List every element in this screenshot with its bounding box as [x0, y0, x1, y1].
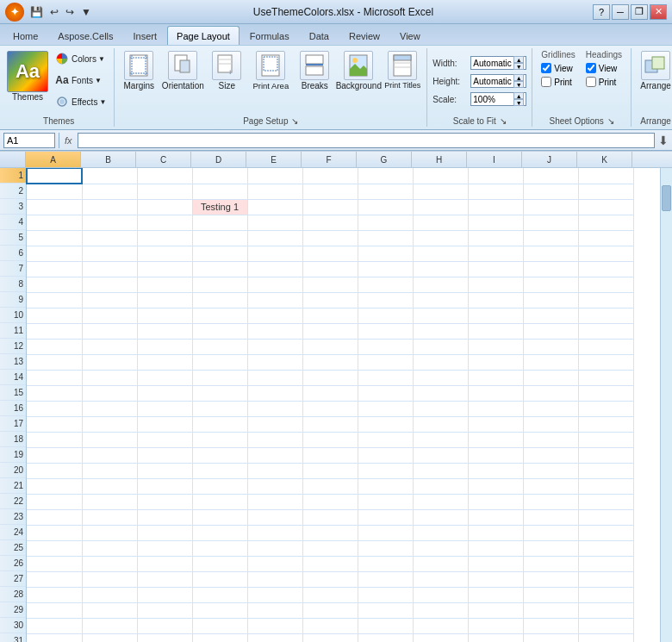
- cell-I15[interactable]: [468, 385, 523, 401]
- cell-A3[interactable]: [27, 199, 82, 215]
- tab-data[interactable]: Data: [300, 26, 339, 45]
- cell-C28[interactable]: [137, 587, 192, 602]
- cell-J30[interactable]: [523, 618, 578, 633]
- col-header-A[interactable]: A: [26, 152, 81, 167]
- cell-B31[interactable]: [82, 633, 137, 642]
- cell-D8[interactable]: [192, 277, 247, 292]
- cell-H8[interactable]: [413, 277, 468, 292]
- cell-C1[interactable]: [137, 168, 192, 184]
- cell-I27[interactable]: [468, 571, 523, 587]
- cell-C12[interactable]: [137, 339, 192, 354]
- row-num-13[interactable]: 13: [0, 354, 26, 370]
- cell-G8[interactable]: [358, 277, 413, 292]
- cell-E16[interactable]: [247, 401, 302, 416]
- cell-F27[interactable]: [302, 571, 358, 587]
- cell-J20[interactable]: [523, 463, 578, 478]
- close-button[interactable]: ✕: [650, 4, 667, 20]
- cell-I25[interactable]: [468, 540, 523, 556]
- cell-B7[interactable]: [82, 261, 137, 277]
- cell-E1[interactable]: [247, 168, 302, 184]
- restore-button[interactable]: ❐: [631, 4, 648, 20]
- cell-A5[interactable]: [27, 230, 82, 246]
- cell-E30[interactable]: [247, 618, 302, 633]
- cell-K15[interactable]: [578, 385, 633, 401]
- cell-C20[interactable]: [137, 463, 192, 478]
- cell-J27[interactable]: [523, 571, 578, 587]
- scale-expand-icon[interactable]: ↘: [500, 116, 507, 126]
- col-header-C[interactable]: C: [136, 152, 191, 167]
- cell-G17[interactable]: [358, 416, 413, 432]
- cell-H6[interactable]: [413, 246, 468, 261]
- vertical-scrollbar[interactable]: [660, 168, 672, 642]
- cell-J11[interactable]: [523, 323, 578, 339]
- cell-D13[interactable]: [192, 354, 247, 370]
- col-header-B[interactable]: B: [81, 152, 136, 167]
- row-num-22[interactable]: 22: [0, 494, 26, 509]
- help-button[interactable]: ?: [593, 4, 610, 20]
- page-setup-expand-icon[interactable]: ↘: [291, 116, 298, 126]
- cell-B12[interactable]: [82, 339, 137, 354]
- name-box[interactable]: A1: [3, 133, 55, 148]
- cell-I30[interactable]: [468, 618, 523, 633]
- cell-B23[interactable]: [82, 509, 137, 525]
- cell-H5[interactable]: [413, 230, 468, 246]
- cell-D22[interactable]: [192, 494, 247, 509]
- cell-G11[interactable]: [358, 323, 413, 339]
- cell-B11[interactable]: [82, 323, 137, 339]
- row-num-21[interactable]: 21: [0, 478, 26, 494]
- save-quick-btn[interactable]: 💾: [28, 5, 46, 19]
- print-area-button[interactable]: Print Area: [250, 48, 291, 93]
- cell-B9[interactable]: [82, 292, 137, 308]
- cell-J17[interactable]: [523, 416, 578, 432]
- cell-H4[interactable]: [413, 215, 468, 230]
- cell-I2[interactable]: [468, 184, 523, 199]
- cell-G4[interactable]: [358, 215, 413, 230]
- cell-J14[interactable]: [523, 370, 578, 385]
- cell-K22[interactable]: [578, 494, 633, 509]
- cell-C29[interactable]: [137, 602, 192, 618]
- cell-D23[interactable]: [192, 509, 247, 525]
- row-num-18[interactable]: 18: [0, 432, 26, 447]
- width-down-btn[interactable]: ▼: [513, 63, 524, 70]
- row-num-2[interactable]: 2: [0, 184, 26, 199]
- tab-aspose[interactable]: Aspose.Cells: [48, 26, 122, 45]
- cell-J6[interactable]: [523, 246, 578, 261]
- cell-D31[interactable]: [192, 633, 247, 642]
- width-up-btn[interactable]: ▲: [513, 56, 524, 63]
- cell-K29[interactable]: [578, 602, 633, 618]
- cell-H10[interactable]: [413, 308, 468, 323]
- cell-B22[interactable]: [82, 494, 137, 509]
- col-header-H[interactable]: H: [412, 152, 467, 167]
- width-input[interactable]: Automatic ▲ ▼: [470, 56, 526, 70]
- cell-B10[interactable]: [82, 308, 137, 323]
- cell-K12[interactable]: [578, 339, 633, 354]
- cell-F1[interactable]: [302, 168, 358, 184]
- cell-B19[interactable]: [82, 447, 137, 463]
- cell-C4[interactable]: [137, 215, 192, 230]
- row-num-30[interactable]: 30: [0, 618, 26, 633]
- cell-K10[interactable]: [578, 308, 633, 323]
- cell-D1[interactable]: [192, 168, 247, 184]
- cell-E23[interactable]: [247, 509, 302, 525]
- cell-K6[interactable]: [578, 246, 633, 261]
- cell-D2[interactable]: [192, 184, 247, 199]
- formula-expand-button[interactable]: ⬇: [658, 134, 669, 147]
- cell-I10[interactable]: [468, 308, 523, 323]
- cell-K8[interactable]: [578, 277, 633, 292]
- cell-F26[interactable]: [302, 556, 358, 571]
- row-num-15[interactable]: 15: [0, 385, 26, 401]
- cell-G20[interactable]: [358, 463, 413, 478]
- row-num-20[interactable]: 20: [0, 463, 26, 478]
- cell-D3[interactable]: Testing 1: [192, 199, 247, 215]
- cell-F3[interactable]: [302, 199, 358, 215]
- cell-H20[interactable]: [413, 463, 468, 478]
- cell-F6[interactable]: [302, 246, 358, 261]
- row-num-3[interactable]: 3: [0, 199, 26, 215]
- row-num-8[interactable]: 8: [0, 277, 26, 292]
- cell-I7[interactable]: [468, 261, 523, 277]
- cell-D30[interactable]: [192, 618, 247, 633]
- cell-F14[interactable]: [302, 370, 358, 385]
- cell-A1[interactable]: [27, 168, 82, 184]
- cell-F31[interactable]: [302, 633, 358, 642]
- cell-C25[interactable]: [137, 540, 192, 556]
